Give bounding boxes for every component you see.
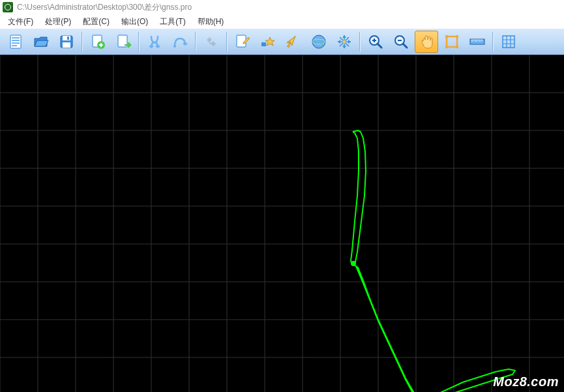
svg-rect-24 — [445, 46, 448, 48]
svg-rect-23 — [456, 35, 458, 38]
svg-rect-21 — [447, 37, 457, 47]
svg-rect-7 — [67, 37, 69, 40]
watermark: Moz8.com — [493, 374, 559, 389]
svg-point-14 — [173, 45, 176, 48]
menu-tools[interactable]: 工具(T) — [155, 15, 190, 29]
export-file-button[interactable] — [111, 31, 135, 53]
separator — [492, 32, 494, 52]
new-project-button[interactable] — [4, 31, 27, 53]
menu-config[interactable]: 配置(C) — [78, 15, 115, 29]
menu-process[interactable]: 处理(P) — [40, 15, 76, 29]
route-button[interactable] — [168, 31, 192, 53]
pan-button[interactable] — [415, 31, 438, 53]
svg-rect-6 — [63, 36, 70, 40]
menubar: 文件(F) 处理(P) 配置(C) 输出(O) 工具(T) 帮助(H) — [0, 14, 564, 29]
separator — [138, 32, 140, 52]
ruler-button[interactable] — [466, 31, 489, 53]
svg-point-18 — [343, 40, 346, 43]
svg-rect-22 — [445, 35, 448, 38]
zoom-out-button[interactable] — [389, 31, 413, 53]
svg-rect-12 — [100, 43, 102, 47]
titlebar: C:\Users\Administrator\Desktop\300\差分\gn… — [0, 0, 564, 14]
save-project-button[interactable] — [55, 31, 78, 53]
separator — [359, 32, 361, 52]
svg-rect-2 — [12, 40, 20, 41]
globe-button[interactable] — [307, 31, 331, 53]
svg-rect-4 — [12, 45, 17, 46]
extent-button[interactable] — [440, 31, 464, 53]
grid-button[interactable] — [497, 31, 520, 53]
separator — [195, 32, 196, 52]
svg-rect-8 — [63, 42, 70, 48]
pointer-button[interactable] — [282, 31, 305, 53]
menu-output[interactable]: 输出(O) — [116, 15, 153, 29]
svg-rect-3 — [12, 42, 20, 44]
svg-point-16 — [312, 35, 325, 48]
add-file-button[interactable] — [86, 31, 110, 53]
zoom-in-button[interactable] — [364, 31, 387, 53]
edit-path-button[interactable] — [231, 31, 254, 53]
canvas-area[interactable]: Moz8.com — [0, 55, 564, 392]
gnss-track — [0, 55, 564, 392]
window-title: C:\Users\Administrator\Desktop\300\差分\gn… — [17, 2, 192, 13]
downlink-button[interactable] — [143, 31, 166, 53]
separator — [226, 32, 228, 52]
satellite-button[interactable] — [200, 31, 223, 53]
measure-star-button[interactable] — [256, 31, 280, 53]
menu-help[interactable]: 帮助(H) — [192, 15, 230, 29]
open-project-button[interactable] — [29, 31, 53, 53]
toolbar — [0, 29, 564, 55]
svg-rect-27 — [503, 36, 514, 48]
compass-button[interactable] — [333, 31, 356, 53]
svg-point-52 — [351, 261, 356, 266]
svg-rect-25 — [456, 46, 458, 48]
menu-file[interactable]: 文件(F) — [3, 15, 38, 29]
svg-rect-1 — [12, 37, 20, 38]
app-icon — [3, 2, 13, 12]
separator — [82, 32, 83, 52]
